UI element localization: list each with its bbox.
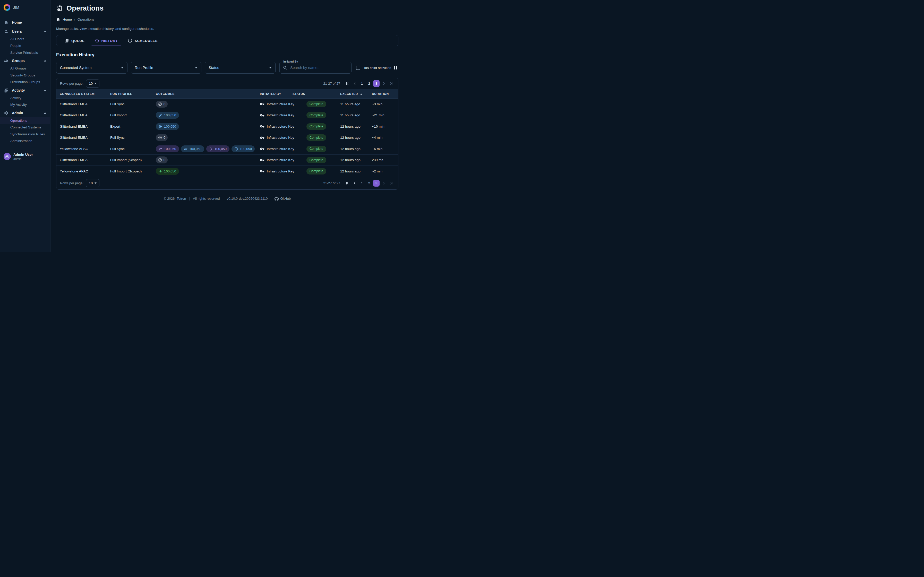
site-footer: © 2026 Tetron All rights reserved v0.10.…: [56, 197, 398, 201]
table-row[interactable]: Glitterband EMEAFull Sync0Infrastructure…: [57, 98, 398, 110]
previous-page-button[interactable]: [351, 180, 358, 187]
table-row[interactable]: Yellowstone APACFull Import (Scoped)100,…: [57, 166, 398, 177]
last-page-button[interactable]: [388, 80, 394, 87]
table-row[interactable]: Glitterband EMEAFull Import (Scoped)0Inf…: [57, 155, 398, 166]
has-child-activities-toggle[interactable]: Has child activities: [356, 66, 391, 70]
sidebar-item-admin[interactable]: Admin: [0, 109, 50, 117]
status-cell: Complete: [292, 123, 340, 130]
next-page-button[interactable]: [380, 80, 387, 87]
page-1-button[interactable]: 1: [359, 180, 365, 187]
brand-name: JIM: [13, 5, 19, 10]
tab-queue[interactable]: QUEUE: [60, 35, 90, 46]
github-link[interactable]: GitHub: [275, 197, 291, 201]
initiated-by-cell: Infrastructure Key: [260, 102, 292, 106]
status-select[interactable]: Status: [205, 62, 276, 74]
executed-cell: 12 hours ago: [340, 135, 372, 140]
pause-icon: [394, 66, 395, 69]
initiated-by-cell: Infrastructure Key: [260, 135, 292, 140]
rows-per-page-select[interactable]: 10: [86, 179, 99, 187]
chevron-down-icon: [95, 83, 97, 84]
user-role: admin: [13, 157, 33, 160]
run-profile-select[interactable]: Run Profile: [131, 62, 201, 74]
rows-per-page-select[interactable]: 10: [86, 79, 99, 87]
sidebar-item-activity[interactable]: Activity: [0, 95, 50, 102]
pause-button[interactable]: [393, 65, 399, 71]
sidebar-item-activity[interactable]: Activity: [0, 86, 50, 95]
duration-cell: ~21 min: [372, 113, 398, 117]
chevron-down-icon: [269, 67, 272, 68]
search-icon: [283, 65, 288, 70]
rows-per-page-label: Rows per page:: [60, 82, 84, 85]
queue-icon: [65, 38, 69, 43]
column-header-initiated-by: INITIATED BY: [260, 92, 292, 96]
brand-logo-icon: [3, 4, 10, 11]
sidebar-item-all-groups[interactable]: All Groups: [0, 65, 50, 72]
chevron-up-icon: [44, 31, 46, 32]
breadcrumb-current: Operations: [78, 18, 95, 21]
chevron-up-icon: [44, 90, 46, 91]
sidebar-item-distribution-groups[interactable]: Distribution Groups: [0, 79, 50, 86]
sidebar-item-connected-systems[interactable]: Connected Systems: [0, 124, 50, 131]
table-row[interactable]: Glitterband EMEAFull Import100,050Infras…: [57, 110, 398, 121]
sidebar: JIM HomeUsersAll UsersPeopleService Prin…: [0, 0, 50, 252]
brand[interactable]: JIM: [0, 3, 50, 18]
sidebar-item-synchronisation-rules[interactable]: Synchronisation Rules: [0, 131, 50, 138]
user-menu[interactable]: AU Admin User admin: [0, 149, 50, 164]
outcomes-cell: 0: [156, 156, 260, 163]
tab-schedules[interactable]: SCHEDULES: [123, 35, 163, 46]
sidebar-item-administration[interactable]: Administration: [0, 138, 50, 145]
has-child-activities-label: Has child activities: [363, 66, 391, 70]
breadcrumb-home-link[interactable]: Home: [63, 18, 72, 21]
column-header-duration: DURATION: [372, 92, 398, 96]
initiated-by-search-input[interactable]: [290, 66, 342, 70]
first-page-button[interactable]: [344, 180, 351, 187]
footer-rights: All rights reserved: [193, 197, 220, 200]
first-page-button[interactable]: [344, 80, 351, 87]
next-page-button[interactable]: [380, 180, 387, 187]
sidebar-item-service-principals[interactable]: Service Principals: [0, 49, 50, 56]
tab-history[interactable]: HISTORY: [90, 35, 123, 46]
sidebar-item-security-groups[interactable]: Security Groups: [0, 72, 50, 79]
github-icon: [275, 197, 279, 201]
check-circle-icon: [158, 102, 162, 106]
page-2-button[interactable]: 2: [366, 80, 372, 87]
table-row[interactable]: Yellowstone APACFull Sync100,050100,0501…: [57, 143, 398, 155]
run-profile-cell: Full Import: [110, 113, 156, 117]
last-page-button[interactable]: [388, 180, 394, 187]
last-page-icon: [389, 181, 394, 185]
checkbox-icon[interactable]: [356, 66, 360, 70]
outcomes-cell: 0: [156, 101, 260, 108]
table-row[interactable]: Glitterband EMEAFull Sync0Infrastructure…: [57, 132, 398, 143]
table-row[interactable]: Glitterband EMEAExport100,050Infrastruct…: [57, 121, 398, 132]
previous-page-button[interactable]: [351, 80, 358, 87]
check-circle-icon: [158, 158, 162, 162]
sidebar-item-all-users[interactable]: All Users: [0, 35, 50, 42]
key-icon: [260, 169, 265, 174]
status-cell: Complete: [292, 146, 340, 152]
page-2-button[interactable]: 2: [366, 180, 372, 187]
key-icon: [260, 113, 265, 118]
initiated-by-field: Initiated By: [279, 62, 352, 74]
footer-company: Tetron: [177, 197, 186, 200]
sidebar-item-users[interactable]: Users: [0, 27, 50, 35]
page-1-button[interactable]: 1: [359, 80, 365, 87]
status-cell: Complete: [292, 134, 340, 141]
connected-system-select[interactable]: Connected System: [56, 62, 128, 74]
sidebar-item-my-activity[interactable]: My Activity: [0, 102, 50, 108]
sidebar-nav: HomeUsersAll UsersPeopleService Principa…: [0, 18, 50, 144]
home-icon: [56, 17, 60, 21]
connected-system-cell: Yellowstone APAC: [60, 147, 110, 151]
split-arrow-icon: [158, 147, 163, 151]
pencil-icon: [158, 113, 163, 117]
last-page-icon: [389, 81, 394, 86]
footer-copyright: © 2026: [164, 197, 174, 200]
sidebar-item-groups[interactable]: Groups: [0, 56, 50, 65]
pause-icon: [396, 66, 397, 69]
sidebar-item-operations[interactable]: Operations: [0, 117, 50, 124]
sidebar-item-people[interactable]: People: [0, 42, 50, 49]
chevron-down-icon: [95, 182, 97, 184]
sidebar-item-home[interactable]: Home: [0, 18, 50, 26]
page-3-button[interactable]: 3: [373, 180, 380, 187]
page-3-button[interactable]: 3: [373, 80, 380, 87]
column-header-executed[interactable]: EXECUTED: [340, 92, 372, 96]
